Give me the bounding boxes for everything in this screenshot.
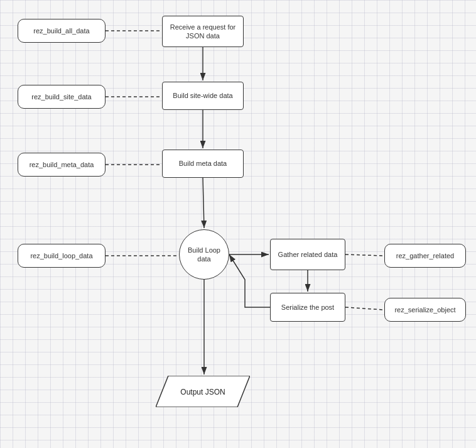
node-gather-related-label: Gather related data xyxy=(278,250,338,259)
node-rez-build-site-data-label: rez_build_site_data xyxy=(31,92,91,101)
node-rez-serialize-object: rez_serialize_object xyxy=(384,298,466,322)
node-rez-build-loop-data: rez_build_loop_data xyxy=(18,244,105,268)
svg-line-4 xyxy=(203,178,204,228)
node-rez-build-meta-data: rez_build_meta_data xyxy=(18,153,105,177)
node-build-loop-data: Build Loop data xyxy=(179,229,229,280)
diagram-canvas: Receive a request for JSON data Build si… xyxy=(0,0,476,448)
node-rez-build-loop-data-label: rez_build_loop_data xyxy=(30,251,92,260)
node-rez-gather-related: rez_gather_related xyxy=(384,244,466,268)
node-build-meta-data-label: Build meta data xyxy=(179,159,227,168)
node-gather-related: Gather related data xyxy=(270,239,345,270)
node-build-meta-data: Build meta data xyxy=(162,150,244,178)
node-rez-build-site-data: rez_build_site_data xyxy=(18,85,105,109)
node-build-site-data: Build site-wide data xyxy=(162,82,244,110)
node-rez-gather-related-label: rez_gather_related xyxy=(396,251,454,260)
svg-text:Output JSON: Output JSON xyxy=(180,388,225,396)
node-serialize-post: Serialize the post xyxy=(270,293,345,322)
node-serialize-post-label: Serialize the post xyxy=(281,303,334,312)
svg-line-13 xyxy=(345,307,383,310)
svg-line-12 xyxy=(345,254,383,256)
node-receive-request: Receive a request for JSON data xyxy=(162,16,244,47)
node-rez-build-meta-data-label: rez_build_meta_data xyxy=(30,160,94,169)
node-build-loop-data-label: Build Loop data xyxy=(188,246,220,264)
node-build-site-data-label: Build site-wide data xyxy=(173,91,232,100)
node-receive-request-label: Receive a request for JSON data xyxy=(170,23,236,41)
parallelogram-svg: Output JSON xyxy=(156,376,250,407)
node-rez-serialize-object-label: rez_serialize_object xyxy=(394,305,455,314)
node-rez-build-all-data-label: rez_build_all_data xyxy=(33,26,89,35)
node-output-json: Output JSON xyxy=(156,376,250,407)
node-rez-build-all-data: rez_build_all_data xyxy=(18,19,105,43)
